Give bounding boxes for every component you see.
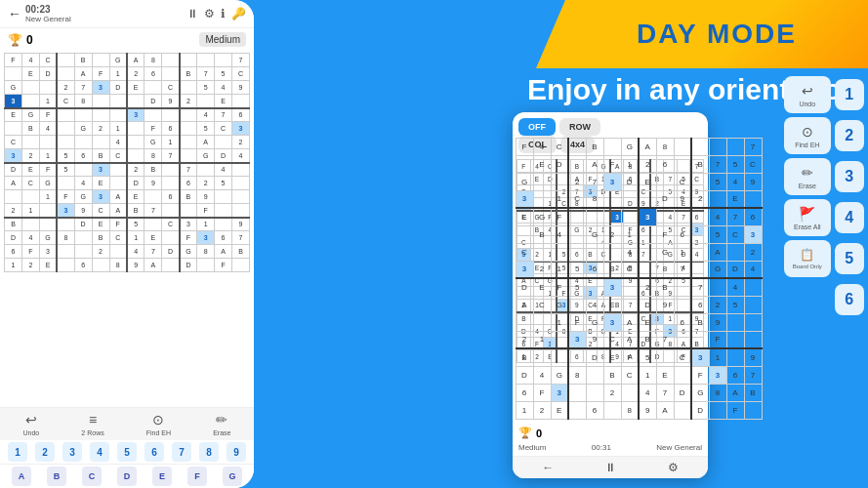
findeh-btn-label: Find EH <box>795 142 819 148</box>
board-only-button[interactable]: 📋 Board Only <box>784 240 831 277</box>
undo-button[interactable]: ↩ Undo <box>784 76 831 113</box>
main-game-grid-area: F4CBGA87 EDAF126B75C G273DEC549 31C8D92E… <box>497 68 780 488</box>
left-phone: ← 00:23 New General ⏸ ⚙ ℹ 🔑 🏆 0 Medium <box>0 0 254 488</box>
left-phone-header: ← 00:23 New General ⏸ ⚙ ℹ 🔑 <box>0 0 254 28</box>
day-mode-text: DAY MODE <box>637 19 797 50</box>
letter-btn-a[interactable]: A <box>12 467 31 486</box>
num6-pair: 6 <box>784 281 864 318</box>
rows-label: 2 Rows <box>81 429 103 436</box>
eraseall-btn-icon: 🚩 <box>799 206 815 222</box>
num-btn-2-right[interactable]: 2 <box>835 120 864 151</box>
num-btn-3[interactable]: 3 <box>62 442 82 462</box>
num-btn-6-right[interactable]: 6 <box>835 284 864 315</box>
erase-button[interactable]: ✏ Erase <box>784 158 831 195</box>
num-btn-5[interactable]: 5 <box>117 442 137 462</box>
undo-icon: ↩ <box>25 412 37 427</box>
erase-all-button[interactable]: 🚩 Erase All <box>784 199 831 236</box>
num-btn-2[interactable]: 2 <box>35 442 55 462</box>
back-icon[interactable]: ← <box>8 6 21 21</box>
erase-icon: ✏ <box>216 412 227 427</box>
letter-btn-g[interactable]: G <box>223 467 242 486</box>
num-btn-4[interactable]: 4 <box>90 442 109 462</box>
letter-btn-c[interactable]: C <box>82 467 102 486</box>
num-btn-8[interactable]: 8 <box>199 442 219 462</box>
key-icon[interactable]: 🔑 <box>231 7 246 20</box>
letter-btn-e[interactable]: E <box>152 467 172 486</box>
erase-pair: ✏ Erase 3 <box>784 158 864 195</box>
number-pad: 1 2 3 4 5 6 7 8 9 <box>0 440 254 464</box>
boardonly-label: Board Only <box>793 264 822 269</box>
center-area: DAY MODE Enjoy in any orientation OFF RO… <box>254 0 868 488</box>
left-sudoku-grid: F4CBGA87 EDAF126B75C G273DEC549 31C8D92E… <box>0 51 254 407</box>
undo-tool[interactable]: ↩ Undo <box>23 412 40 436</box>
num-btn-1[interactable]: 1 <box>8 442 27 462</box>
erase-btn-label: Erase <box>799 183 816 189</box>
difficulty-badge: Medium <box>199 32 246 47</box>
letter-btn-b[interactable]: B <box>47 467 66 486</box>
findeh-tool[interactable]: ⊙ Find EH <box>146 412 171 436</box>
right-panel: F4CBGA87 EDAF126B75C G273DEC549 31C8D92E… <box>497 68 868 488</box>
erase-tool[interactable]: ✏ Erase <box>213 412 230 436</box>
undo-label: Undo <box>23 429 40 436</box>
score-row: 🏆 0 Medium <box>0 28 254 51</box>
erase-label: Erase <box>213 429 230 436</box>
findeh-pair: ⊙ Find EH 2 <box>784 117 864 154</box>
boardonly-pair: 📋 Board Only 5 <box>784 240 864 277</box>
main-sudoku-table: F4CBGA87 EDAF126B75C G273DEC549 31C8D92E… <box>516 138 763 420</box>
findeh-button[interactable]: ⊙ Find EH <box>784 117 831 154</box>
left-phone-screen: ← 00:23 New General ⏸ ⚙ ℹ 🔑 🏆 0 Medium <box>0 0 254 488</box>
eraseall-btn-label: Erase All <box>794 224 821 230</box>
info-icon[interactable]: ℹ <box>221 7 226 20</box>
num-btn-3-right[interactable]: 3 <box>835 161 864 192</box>
findeh-btn-icon: ⊙ <box>802 124 813 140</box>
boardonly-icon: 📋 <box>800 248 814 262</box>
undo-btn-icon: ↩ <box>802 83 813 99</box>
bottom-tools: ↩ Undo ≡ 2 Rows ⊙ Find EH ✏ Erase <box>0 407 254 440</box>
undo-btn-label: Undo <box>799 101 815 107</box>
day-mode-banner: DAY MODE <box>536 0 868 68</box>
letter-btn-f[interactable]: F <box>187 467 207 486</box>
undo-pair: ↩ Undo 1 <box>784 76 864 113</box>
erase-btn-icon: ✏ <box>802 165 813 181</box>
findeh-icon: ⊙ <box>152 412 164 427</box>
num-btn-7[interactable]: 7 <box>172 442 191 462</box>
game-label: New General <box>25 15 71 23</box>
rows-tool[interactable]: ≡ 2 Rows <box>81 412 103 436</box>
num-btn-9[interactable]: 9 <box>227 442 246 462</box>
trophy-icon: 🏆 <box>8 33 22 47</box>
right-sidebar: ↩ Undo 1 ⊙ Find EH 2 ✏ Erase 3 <box>780 68 868 488</box>
num-btn-5-right[interactable]: 5 <box>835 243 864 274</box>
findeh-label: Find EH <box>146 429 171 436</box>
rows-icon: ≡ <box>89 412 97 427</box>
letter-btn-d[interactable]: D <box>117 467 137 486</box>
eraseall-pair: 🚩 Erase All 4 <box>784 199 864 236</box>
pause-icon[interactable]: ⏸ <box>186 7 198 20</box>
num-btn-6[interactable]: 6 <box>145 442 164 462</box>
score-value: 0 <box>26 33 33 47</box>
timer-display: 00:23 <box>25 4 71 15</box>
num-btn-4-right[interactable]: 4 <box>835 202 864 233</box>
settings-icon[interactable]: ⚙ <box>204 7 215 20</box>
num-btn-1-right[interactable]: 1 <box>835 79 864 110</box>
letter-pad: A B C D E F G <box>0 464 254 488</box>
